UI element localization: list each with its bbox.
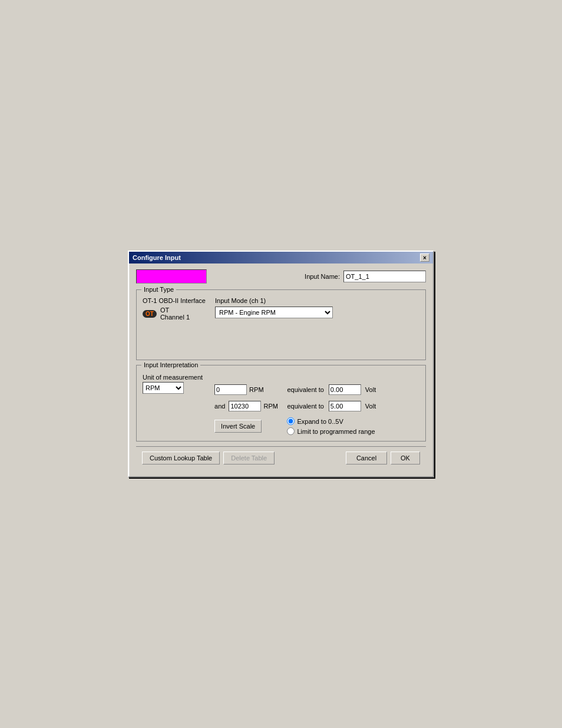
- full-interp: Unit of measurement RPM RPM and RPM: [143, 374, 419, 435]
- limit-radio[interactable]: [287, 427, 295, 435]
- input-type-group: Input Type OT-1 OBD-II Interface OT OT C…: [136, 289, 426, 360]
- device-title: OT-1 OBD-II Interface: [143, 297, 206, 304]
- input-type-legend: Input Type: [141, 286, 176, 293]
- custom-lookup-table-button[interactable]: Custom Lookup Table: [142, 452, 220, 465]
- channel-label: Channel 1: [160, 314, 190, 321]
- invert-scale-row: Invert Scale: [214, 417, 280, 433]
- equiv-row-1: equivalent to Volt: [287, 383, 376, 396]
- equiv-label-1: equivalent to: [287, 386, 323, 393]
- expand-radio-row: Expand to 0..5V: [287, 417, 376, 425]
- unit-label: Unit of measurement: [143, 374, 203, 381]
- bottom-right: Cancel OK: [346, 452, 420, 465]
- dialog-body: Input Name: Input Type OT-1 OBD-II Inter…: [129, 263, 433, 476]
- expand-radio[interactable]: [287, 417, 295, 425]
- volt-text-1: Volt: [365, 386, 376, 393]
- and-label: and: [214, 403, 225, 410]
- title-bar: Configure Input ×: [129, 252, 433, 263]
- invert-scale-button[interactable]: Invert Scale: [214, 420, 262, 433]
- value-input-2[interactable]: [229, 401, 261, 411]
- input-mode-section: Input Mode (ch 1) RPM - Engine RPM: [215, 297, 419, 354]
- value-input-1[interactable]: [214, 384, 247, 395]
- value-row-2: and RPM: [214, 400, 280, 413]
- value-row-1: RPM: [214, 383, 280, 396]
- unit-measure-block: Unit of measurement RPM: [143, 374, 203, 394]
- bottom-left: Custom Lookup Table Delete Table: [142, 452, 275, 465]
- input-name-label: Input Name:: [305, 273, 340, 280]
- ot-badge: OT: [143, 310, 157, 318]
- cancel-button[interactable]: Cancel: [346, 452, 387, 465]
- close-button[interactable]: ×: [420, 253, 429, 262]
- limit-radio-row: Limit to programmed range: [287, 427, 376, 435]
- dialog-title: Configure Input: [133, 254, 181, 261]
- delete-table-button[interactable]: Delete Table: [223, 452, 275, 465]
- volt-text-2: Volt: [365, 403, 376, 410]
- input-mode-select[interactable]: RPM - Engine RPM: [215, 307, 333, 318]
- input-interpretation-legend: Input Interpretation: [141, 361, 200, 368]
- input-type-spacer: [215, 318, 419, 354]
- values-block: RPM and RPM Invert Scale: [214, 383, 280, 433]
- input-mode-label: Input Mode (ch 1): [215, 297, 419, 304]
- bottom-bar: Custom Lookup Table Delete Table Cancel …: [136, 446, 426, 470]
- device-info: OT-1 OBD-II Interface OT OT Channel 1: [143, 297, 206, 321]
- ok-button[interactable]: OK: [391, 452, 420, 465]
- ot-text: OT: [146, 311, 154, 317]
- input-type-content: OT-1 OBD-II Interface OT OT Channel 1 In…: [143, 297, 419, 354]
- top-row: Input Name:: [136, 269, 426, 284]
- unit-text-2: RPM: [263, 403, 280, 410]
- configure-input-dialog: Configure Input × Input Name: Input Type…: [128, 251, 434, 477]
- equiv-row-2: equivalent to Volt: [287, 400, 376, 413]
- equiv-input-1[interactable]: [329, 384, 361, 395]
- input-name-row: Input Name:: [305, 271, 426, 282]
- equiv-label-2: equivalent to: [287, 403, 323, 410]
- input-name-field[interactable]: [343, 271, 426, 282]
- unit-select[interactable]: RPM: [143, 382, 184, 394]
- channel-info: OT Channel 1: [160, 307, 190, 321]
- badge-label: OT: [160, 307, 190, 314]
- equiv-input-2[interactable]: [329, 401, 361, 411]
- expand-label: Expand to 0..5V: [297, 418, 343, 425]
- color-swatch[interactable]: [136, 269, 207, 284]
- unit-text-1: RPM: [249, 386, 266, 393]
- equiv-block: equivalent to Volt equivalent to Volt Ex…: [287, 383, 376, 435]
- limit-label: Limit to programmed range: [297, 428, 375, 435]
- input-interpretation-group: Input Interpretation Unit of measurement…: [136, 365, 426, 442]
- ot-badge-row: OT OT Channel 1: [143, 307, 206, 321]
